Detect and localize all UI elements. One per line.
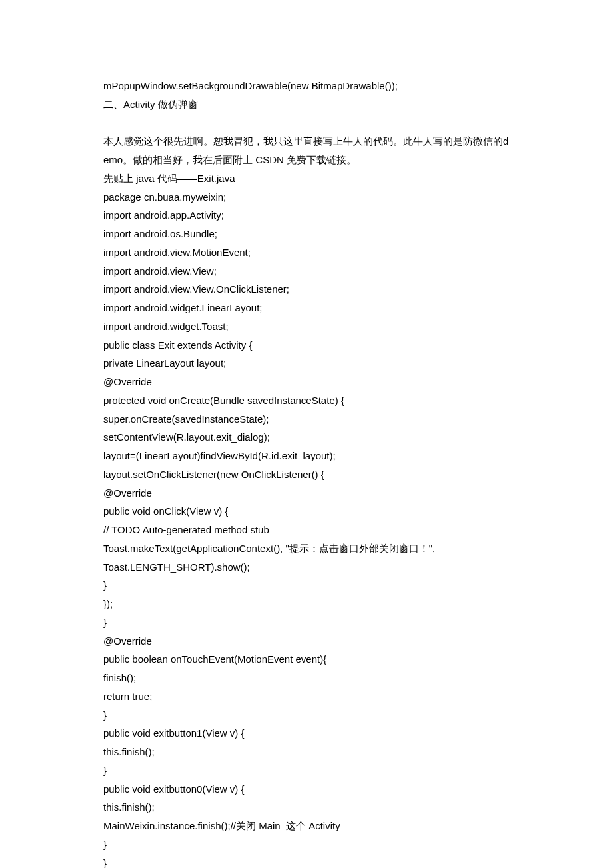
- document-content: mPopupWindow.setBackgroundDrawable(new B…: [103, 77, 510, 868]
- text-line: // TODO Auto-generated method stub: [103, 521, 510, 539]
- text-line: public boolean onTouchEvent(MotionEvent …: [103, 650, 510, 669]
- text-line: private LinearLayout layout;: [103, 354, 510, 373]
- text-line: public void exitbutton1(View v) {: [103, 724, 510, 743]
- text-line: return true;: [103, 687, 510, 706]
- text-line: import android.view.MotionEvent;: [103, 243, 510, 262]
- text-line: Toast.makeText(getApplicationContext(), …: [103, 539, 510, 558]
- text-line: 二、Activity 做伪弹窗: [103, 95, 510, 114]
- text-line: }: [103, 576, 510, 595]
- text-line: [103, 114, 510, 133]
- text-line: }: [103, 706, 510, 725]
- text-line: protected void onCreate(Bundle savedInst…: [103, 391, 510, 410]
- text-line: 本人感觉这个很先进啊。恕我冒犯，我只这里直接写上牛人的代码。此牛人写的是防微信的…: [103, 132, 510, 169]
- text-line: }: [103, 854, 510, 869]
- text-line: public void onClick(View v) {: [103, 502, 510, 521]
- text-line: @Override: [103, 373, 510, 391]
- text-line: super.onCreate(savedInstanceState);: [103, 410, 510, 429]
- text-line: 先贴上 java 代码——Exit.java: [103, 169, 510, 188]
- text-line: }: [103, 835, 510, 854]
- text-line: @Override: [103, 632, 510, 651]
- text-line: }: [103, 761, 510, 780]
- text-line: @Override: [103, 484, 510, 503]
- text-line: mPopupWindow.setBackgroundDrawable(new B…: [103, 77, 510, 95]
- text-line: MainWeixin.instance.finish();//关闭 Main 这…: [103, 817, 510, 835]
- text-line: setContentView(R.layout.exit_dialog);: [103, 428, 510, 447]
- text-line: Toast.LENGTH_SHORT).show();: [103, 558, 510, 577]
- text-line: this.finish();: [103, 798, 510, 817]
- text-line: });: [103, 595, 510, 613]
- text-line: finish();: [103, 669, 510, 687]
- text-line: import android.widget.LinearLayout;: [103, 299, 510, 317]
- text-line: public class Exit extends Activity {: [103, 336, 510, 355]
- text-line: public void exitbutton0(View v) {: [103, 780, 510, 799]
- text-line: layout.setOnClickListener(new OnClickLis…: [103, 465, 510, 484]
- text-line: import android.os.Bundle;: [103, 225, 510, 243]
- text-line: }: [103, 613, 510, 632]
- text-line: import android.view.View;: [103, 262, 510, 281]
- text-line: layout=(LinearLayout)findViewById(R.id.e…: [103, 447, 510, 465]
- text-line: import android.widget.Toast;: [103, 317, 510, 336]
- text-line: package cn.buaa.myweixin;: [103, 188, 510, 207]
- text-line: import android.app.Activity;: [103, 206, 510, 225]
- text-line: import android.view.View.OnClickListener…: [103, 280, 510, 299]
- text-line: this.finish();: [103, 743, 510, 761]
